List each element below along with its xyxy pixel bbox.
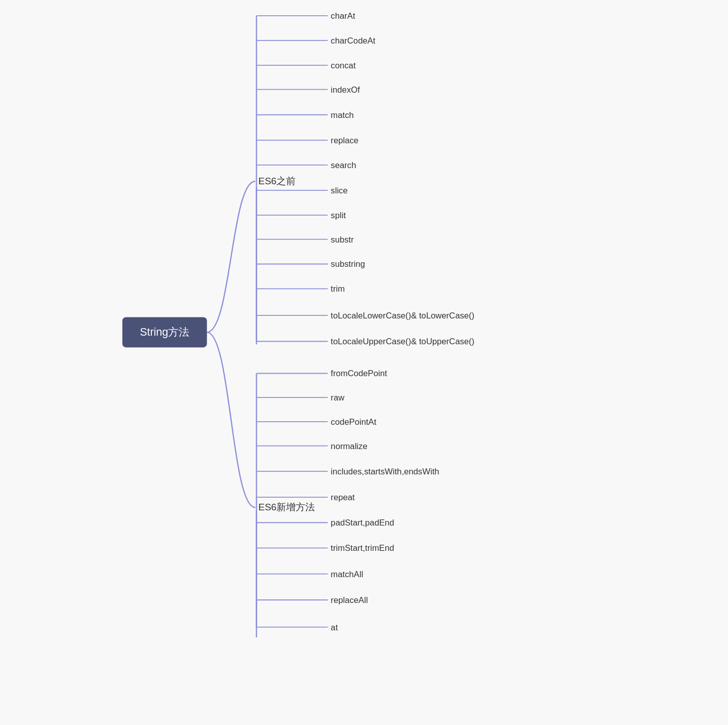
mind-map-container: String方法 ES6之前 charAt charCodeAt concat … (0, 0, 728, 725)
leaf-codePointAt: codePointAt (331, 417, 376, 427)
leaf-trim: trim (331, 284, 345, 294)
root-to-es6new-line (207, 332, 255, 507)
leaf-padStart: padStart,padEnd (331, 518, 394, 528)
mind-map-svg: String方法 ES6之前 charAt charCodeAt concat … (0, 0, 728, 725)
leaf-repeat: repeat (331, 493, 355, 502)
root-node-label: String方法 (140, 326, 189, 338)
leaf-raw: raw (331, 393, 345, 402)
leaf-concat: concat (331, 61, 356, 70)
leaf-indexOf: indexOf (331, 85, 360, 95)
leaf-split: split (331, 211, 346, 220)
es6-before-label: ES6之前 (258, 176, 296, 186)
leaf-trimStart: trimStart,trimEnd (331, 543, 394, 553)
leaf-normalize: normalize (331, 441, 367, 451)
leaf-fromCodePoint: fromCodePoint (331, 369, 387, 378)
leaf-substr: substr (331, 235, 354, 245)
leaf-at: at (331, 623, 338, 632)
root-to-es6before-line (207, 181, 255, 332)
leaf-replaceAll: replaceAll (331, 595, 368, 605)
leaf-charat: charAt (331, 11, 355, 21)
leaf-matchAll: matchAll (331, 570, 363, 579)
leaf-substring: substring (331, 259, 365, 269)
leaf-tolocalelower: toLocaleLowerCase()& toLowerCase() (331, 311, 474, 320)
leaf-search: search (331, 160, 356, 170)
leaf-slice: slice (331, 186, 347, 195)
leaf-charcodeAt: charCodeAt (331, 36, 375, 46)
leaf-tolocaleUpper: toLocaleUpperCase()& toUpperCase() (331, 337, 474, 346)
leaf-match: match (331, 110, 353, 120)
leaf-includes: includes,startsWith,endsWith (331, 467, 439, 476)
leaf-replace: replace (331, 136, 358, 145)
es6-new-label: ES6新增方法 (258, 502, 315, 512)
